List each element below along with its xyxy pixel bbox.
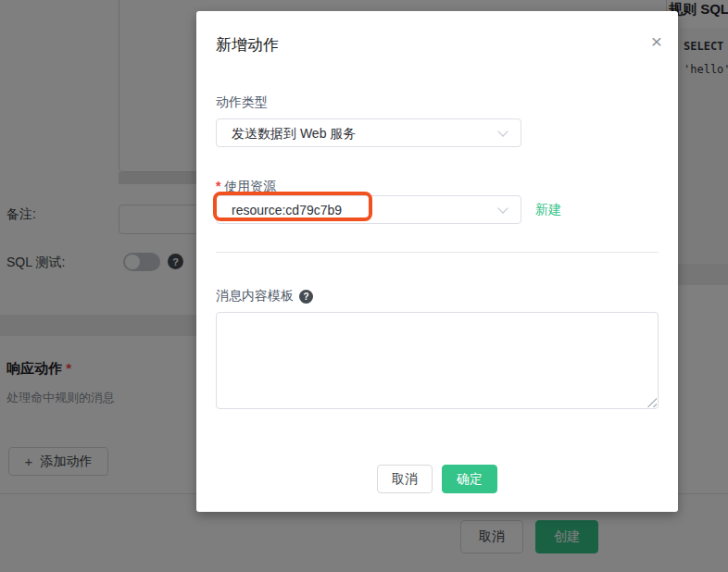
modal-title: 新增动作 [216,34,279,56]
resource-select[interactable]: resource:cd79c7b9 [216,195,521,224]
template-help-icon[interactable]: ? [299,290,313,304]
action-type-label: 动作类型 [216,94,268,111]
required-asterisk: * [216,179,220,193]
resource-label: * 使用资源 [216,179,276,195]
app-window: 备注: SQL 测试: ? 响应动作 * 处理命中规则的消息 + 添加动作 取消… [0,0,728,572]
action-type-value: 发送数据到 Web 服务 [232,126,356,143]
add-action-modal: 新增动作 × 动作类型 发送数据到 Web 服务 * 使用资源 resource… [196,11,678,512]
action-type-select[interactable]: 发送数据到 Web 服务 [216,118,521,147]
modal-divider [216,252,659,253]
template-textarea[interactable] [216,312,659,409]
template-label-row: 消息内容模板 ? [216,288,313,305]
modal-confirm-button[interactable]: 确定 [442,465,497,493]
close-icon[interactable]: × [651,31,662,51]
modal-cancel-button[interactable]: 取消 [377,465,433,493]
resource-value: resource:cd79c7b9 [232,203,342,218]
chevron-down-icon [497,203,508,213]
new-resource-link[interactable]: 新建 [535,202,561,218]
chevron-down-icon [497,126,508,136]
template-label: 消息内容模板 [216,288,294,305]
